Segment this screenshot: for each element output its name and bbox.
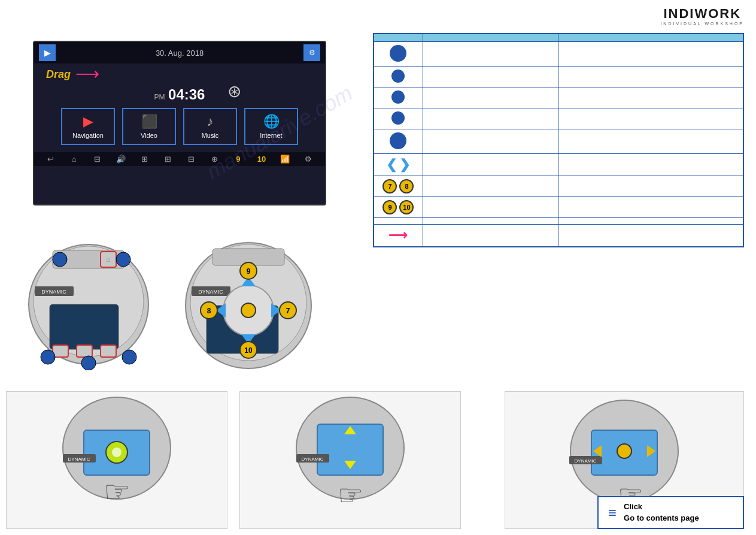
menu-icons: ▶ Navigation ⬛ Video ♪ Music 🌐 Internet	[55, 108, 304, 145]
table-cell-col2	[423, 67, 558, 87]
svg-point-23	[241, 303, 256, 318]
goto-text: Click Go to contents page	[624, 501, 699, 523]
scroll-controller-svg: DYNAMIC ☞	[239, 391, 461, 529]
back-icon[interactable]: ↩	[44, 155, 57, 164]
table-cell-col3	[558, 67, 743, 87]
screen-topbar: ▶ 30. Aug. 2018 ⚙	[34, 42, 325, 64]
num9-icon: 9	[232, 155, 245, 164]
music-icon: ♪	[207, 114, 214, 129]
grid3-icon[interactable]: ⊟	[185, 155, 198, 164]
screen-date: 30. Aug. 2018	[156, 49, 204, 58]
rotate-left-icon: ❮	[386, 157, 397, 173]
menu-item-music[interactable]: ♪ Music	[183, 108, 237, 145]
num9-badge: 9	[382, 200, 397, 214]
svg-text:8: 8	[207, 307, 211, 315]
table-cell-icon: 7 8	[374, 176, 423, 197]
svg-rect-12	[101, 345, 116, 357]
drag-arrow-icon: ⟶	[75, 66, 99, 83]
svg-point-15	[122, 350, 136, 364]
table-row	[374, 87, 743, 108]
table-cell-icon: ⟶	[374, 225, 423, 247]
time-period: PM	[154, 93, 165, 101]
table-header-col2	[423, 34, 558, 42]
video-label: Video	[141, 132, 157, 139]
goto-contents-button[interactable]: ≡ Click Go to contents page	[597, 496, 744, 529]
arrow-pink-icon: ⟶	[388, 228, 408, 243]
table-cell-col3	[558, 218, 743, 225]
rotate-right-icon: ❯	[399, 157, 410, 173]
settings-button[interactable]: ⚙	[303, 44, 320, 61]
zoom-in-icon[interactable]: ⊕	[208, 155, 221, 164]
home-icon[interactable]: ⌂	[68, 155, 81, 164]
bottom-controller-scroll: DYNAMIC ☞	[239, 391, 461, 529]
svg-text:7: 7	[286, 307, 290, 315]
internet-icon: 🌐	[263, 114, 280, 129]
svg-text:DYNAMIC: DYNAMIC	[575, 458, 597, 464]
navigation-label: Navigation	[72, 132, 104, 139]
tap-controller-svg: DYNAMIC ☞	[6, 391, 227, 529]
table-cell-icon	[374, 67, 423, 87]
table-cell-icon	[374, 218, 423, 225]
svg-rect-9	[50, 304, 119, 349]
table-row: ❮ ❯	[374, 154, 743, 176]
table-cell-icon: ❮ ❯	[374, 154, 423, 176]
screen-bottombar: ↩ ⌂ ⊟ 🔊 ⊞ ⊞ ⊟ ⊕ 9 10 📶 ⚙	[34, 152, 325, 166]
time-display: PM 04:36	[154, 86, 205, 103]
rotate-arrows-cell: ❮ ❯	[379, 157, 418, 173]
goto-line2: Go to contents page	[624, 513, 699, 524]
svg-text:10: 10	[244, 346, 253, 355]
svg-rect-11	[77, 345, 92, 357]
table-cell-col2	[423, 225, 558, 247]
svg-point-59	[617, 444, 631, 458]
minimize-icon[interactable]: ⊟	[91, 155, 104, 164]
menu-item-navigation[interactable]: ▶ Navigation	[61, 108, 115, 145]
menu-item-video[interactable]: ⬛ Video	[122, 108, 176, 145]
svg-text:DYNAMIC: DYNAMIC	[302, 457, 324, 462]
num10-badge: 10	[399, 200, 414, 214]
drag-arrow-area: Drag ⟶	[46, 66, 99, 83]
table-cell-col3	[558, 42, 743, 67]
table-row	[374, 129, 743, 154]
drag-text: Drag	[46, 68, 71, 81]
svg-text:DYNAMIC: DYNAMIC	[68, 457, 90, 462]
play-button[interactable]: ▶	[39, 44, 56, 61]
svg-text:☞: ☞	[104, 475, 130, 509]
table-cell-col2	[423, 176, 558, 197]
menu-item-internet[interactable]: 🌐 Internet	[244, 108, 298, 145]
svg-point-14	[81, 356, 96, 370]
svg-point-13	[41, 350, 55, 364]
table-row: 9 10	[374, 197, 743, 218]
list-icon: ≡	[608, 504, 617, 521]
table-cell-col3	[558, 176, 743, 197]
svg-text:☞: ☞	[338, 479, 363, 511]
num10-icon: 10	[255, 155, 268, 164]
bottom-controller-tap: DYNAMIC ☞	[6, 391, 227, 529]
volume-icon[interactable]: 🔊	[114, 155, 127, 164]
time-value: 04:36	[168, 86, 205, 102]
table-cell-col2	[423, 154, 558, 176]
svg-point-6	[116, 252, 130, 267]
gear-icon[interactable]: ⚙	[302, 155, 315, 164]
table-cell-icon	[374, 129, 423, 154]
table-cell-col3	[558, 197, 743, 218]
car-screen: ▶ 30. Aug. 2018 ⚙ Drag ⟶ ⊛ PM 04:36 ▶ Na…	[33, 41, 326, 205]
grid2-icon[interactable]: ⊞	[161, 155, 174, 164]
wifi-icon[interactable]: 📶	[278, 155, 292, 164]
num910-cell: 9 10	[379, 200, 418, 214]
num7-badge: 7	[382, 179, 397, 194]
table-cell-col2	[423, 197, 558, 218]
mercedes-logo: ⊛	[227, 81, 241, 101]
num78-cell: 7 8	[379, 179, 418, 194]
logo-main: INDIWORK	[660, 6, 744, 22]
navigation-icon: ▶	[83, 114, 93, 129]
table-row: ⟶	[374, 225, 743, 247]
table-cell-icon: 9 10	[374, 197, 423, 218]
controller-left-svg: ⌂ DYNAMIC	[17, 226, 160, 370]
table-row: 7 8	[374, 176, 743, 197]
video-icon: ⬛	[141, 114, 157, 129]
reference-table: ❮ ❯ 7 8 9 10	[373, 33, 744, 247]
table-header-icon	[374, 34, 423, 42]
grid1-icon[interactable]: ⊞	[138, 155, 151, 164]
table-cell-col2	[423, 42, 558, 67]
svg-text:DYNAMIC: DYNAMIC	[41, 289, 66, 295]
